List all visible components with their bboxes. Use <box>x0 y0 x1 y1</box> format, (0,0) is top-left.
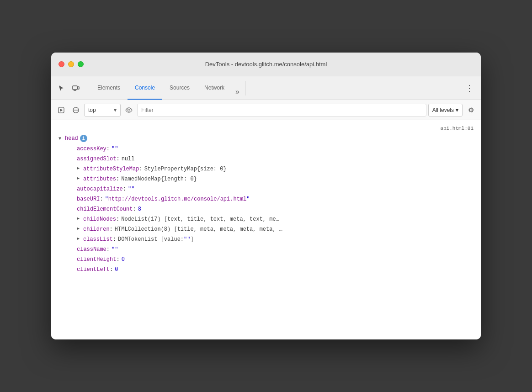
console-output: api.html:81 ▼ head i accessKey: "" assig… <box>51 120 481 339</box>
live-expressions-button[interactable] <box>122 104 135 117</box>
tab-divider <box>245 81 245 95</box>
prop-name: childNodes <box>83 215 116 223</box>
prop-value: "" <box>112 145 118 153</box>
expand-arrow[interactable]: ▶ <box>77 215 82 222</box>
prop-value: 0 <box>115 265 118 274</box>
svg-marker-4 <box>60 109 63 111</box>
prop-name: clientLeft <box>77 265 110 274</box>
head-entry: ▼ head i <box>51 133 481 144</box>
list-item: baseURI: "http://devtools.glitch.me/cons… <box>51 194 481 204</box>
filter-input[interactable] <box>137 104 426 117</box>
expand-arrow[interactable]: ▶ <box>77 225 82 232</box>
clear-button[interactable] <box>69 104 82 117</box>
more-options-button[interactable]: ⋮ <box>462 79 477 97</box>
prop-name: attributes <box>83 175 116 183</box>
list-item: ▶ childNodes: NodeList(17) [text, title,… <box>51 214 481 224</box>
list-item: ▶ classList: DOMTokenList [value: ""] <box>51 234 481 244</box>
prop-name: className <box>77 245 106 254</box>
list-item: childElementCount: 8 <box>51 204 481 214</box>
prop-value: NodeList(17) [text, title, text, meta, t… <box>121 215 279 223</box>
level-selector[interactable]: All levels ▾ <box>428 104 463 117</box>
devtools-window: DevTools - devtools.glitch.me/console/ap… <box>51 53 481 339</box>
cursor-icon[interactable] <box>55 82 68 95</box>
tab-elements[interactable]: Elements <box>90 76 128 100</box>
list-item: clientLeft: 0 <box>51 265 481 275</box>
list-item: accessKey: "" <box>51 144 481 154</box>
prop-name: baseURI <box>77 195 100 203</box>
prop-name: accessKey <box>77 145 106 153</box>
devtools-tab-bar: Elements Console Sources Network » ⋮ <box>51 76 481 100</box>
prop-value: " <box>105 195 108 203</box>
prop-value: HTMLCollection(8) [title, meta, meta, me… <box>115 225 282 233</box>
list-item: autocapitalize: "" <box>51 184 481 194</box>
info-badge[interactable]: i <box>80 135 87 142</box>
execute-button[interactable] <box>55 104 68 117</box>
console-toolbar: top ▾ All levels ▾ ⚙ <box>51 100 481 120</box>
prop-value: "" <box>128 185 134 193</box>
tab-console[interactable]: Console <box>128 76 162 100</box>
tab-sources[interactable]: Sources <box>162 76 197 100</box>
close-button[interactable] <box>59 61 64 67</box>
prop-name: childElementCount <box>77 205 133 213</box>
svg-rect-1 <box>78 87 79 89</box>
prop-name: children <box>83 225 110 233</box>
svg-rect-0 <box>73 86 77 90</box>
more-tabs-button[interactable]: » <box>232 84 243 100</box>
prop-value: "" <box>112 245 118 254</box>
prop-value: 0 <box>122 255 125 264</box>
list-item: ▶ attributeStyleMap: StylePropertyMap {s… <box>51 164 481 174</box>
prop-value: DOMTokenList [value: <box>118 235 184 244</box>
prop-value: StylePropertyMap <box>144 165 197 173</box>
prop-value: null <box>122 155 135 163</box>
title-bar: DevTools - devtools.glitch.me/console/ap… <box>51 53 481 76</box>
context-dropdown-arrow: ▾ <box>114 107 117 113</box>
list-item: ▶ children: HTMLCollection(8) [title, me… <box>51 224 481 234</box>
file-reference[interactable]: api.html:81 <box>51 124 481 133</box>
list-item: assignedSlot: null <box>51 154 481 164</box>
maximize-button[interactable] <box>78 61 84 67</box>
settings-button[interactable]: ⚙ <box>464 104 477 117</box>
expand-arrow[interactable]: ▶ <box>77 235 82 242</box>
prop-name: clientHeight <box>77 255 116 264</box>
prop-name: autocapitalize <box>77 185 123 193</box>
tab-network[interactable]: Network <box>197 76 232 100</box>
prop-name: assignedSlot <box>77 155 116 163</box>
prop-value: 8 <box>138 205 141 213</box>
expand-arrow[interactable]: ▶ <box>77 175 82 182</box>
window-title: DevTools - devtools.glitch.me/console/ap… <box>205 61 327 68</box>
prop-name: attributeStyleMap <box>83 165 139 173</box>
prop-url-value[interactable]: http://devtools.glitch.me/console/api.ht… <box>108 195 246 203</box>
device-icon[interactable] <box>69 82 82 95</box>
traffic-lights <box>59 61 84 67</box>
devtools-icon-group <box>55 76 88 100</box>
list-item: className: "" <box>51 244 481 254</box>
list-item: ▶ attributes: NamedNodeMap {length: 0} <box>51 174 481 184</box>
context-selector[interactable]: top ▾ <box>84 104 121 117</box>
minimize-button[interactable] <box>68 61 74 67</box>
svg-point-7 <box>128 109 130 111</box>
expand-head-arrow[interactable]: ▼ <box>59 136 64 141</box>
head-node-name: head <box>65 135 78 142</box>
prop-name: classList <box>83 235 113 244</box>
level-dropdown-arrow: ▾ <box>456 107 458 113</box>
list-item: clientHeight: 0 <box>51 254 481 265</box>
expand-arrow[interactable]: ▶ <box>77 165 82 172</box>
prop-value: NamedNodeMap <box>121 175 160 183</box>
